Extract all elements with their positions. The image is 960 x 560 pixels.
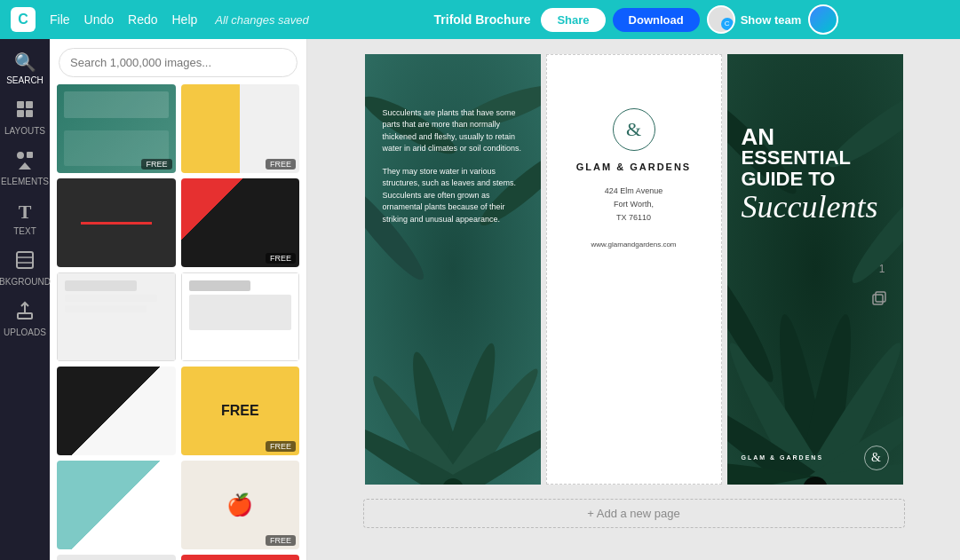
doc-title[interactable]: Trifold Brochure	[434, 12, 531, 27]
layouts-icon	[15, 99, 35, 123]
svg-rect-2	[17, 110, 24, 117]
search-bar	[50, 39, 306, 84]
nav-redo[interactable]: Redo	[128, 12, 157, 27]
uploads-icon	[15, 301, 35, 325]
nav-file[interactable]: File	[50, 12, 70, 27]
svg-rect-5	[27, 152, 33, 158]
right-essential: ESSENTIAL	[742, 148, 889, 168]
free-badge-10: FREE	[266, 535, 296, 546]
svg-rect-0	[17, 101, 24, 108]
left-text-block: Succulents are plants that have some par…	[383, 107, 523, 237]
template-card-4[interactable]: FREE	[181, 178, 300, 267]
user-avatar[interactable]	[808, 4, 838, 35]
nav-help[interactable]: Help	[172, 12, 198, 27]
template-card-8[interactable]: FREE FREE	[181, 367, 300, 455]
show-team-group[interactable]: Show team	[707, 5, 802, 34]
template-card-11[interactable]: New York is the biggest collection of...	[57, 555, 176, 560]
template-card-2[interactable]: FREE	[181, 84, 300, 173]
svg-rect-38	[873, 295, 883, 304]
addr-line2: Fort Worth,	[614, 200, 654, 209]
sidebar-item-layouts[interactable]: LAYOUTS	[2, 94, 48, 141]
svg-rect-1	[26, 101, 33, 108]
sidebar-uploads-label: UPLOADS	[4, 327, 46, 337]
search-input[interactable]	[59, 48, 298, 77]
sidebar-item-uploads[interactable]: UPLOADS	[2, 296, 48, 343]
sidebar-search-label: SEARCH	[6, 75, 44, 85]
save-status: All changes saved	[215, 13, 309, 27]
right-brand: GLAM & GARDENS	[742, 454, 824, 461]
brochure: Succulents are plants that have some par…	[365, 54, 903, 485]
page-number: 1	[879, 263, 885, 275]
right-script: Succulents	[742, 191, 889, 223]
search-icon: 🔍	[14, 51, 36, 73]
sidebar-item-text[interactable]: T TEXT	[2, 195, 48, 241]
right-guide: GUIDE TO	[742, 168, 889, 191]
nav-undo[interactable]: Undo	[84, 12, 114, 27]
template-card-5[interactable]	[57, 272, 176, 361]
template-card-6[interactable]	[181, 272, 300, 361]
canva-logo[interactable]: C	[11, 7, 36, 32]
sidebar-item-elements[interactable]: ELEMENTS	[2, 145, 48, 192]
right-an: AN	[742, 125, 889, 148]
svg-marker-6	[19, 162, 31, 170]
add-page-bar[interactable]: + Add a new page	[363, 499, 905, 528]
show-team-label: Show team	[741, 13, 802, 27]
sidebar: 🔍 SEARCH LAYOUTS ELEMENTS T TEXT BKGROUN…	[0, 39, 50, 560]
sidebar-bkground-label: BKGROUND	[0, 277, 51, 287]
sidebar-item-search[interactable]: 🔍 SEARCH	[2, 46, 48, 91]
share-button[interactable]: Share	[541, 8, 605, 32]
brochure-left-panel[interactable]: Succulents are plants that have some par…	[365, 54, 541, 485]
website: www.glamandgardens.com	[591, 241, 676, 248]
left-text-2: They may store water in various structur…	[383, 166, 523, 226]
svg-rect-39	[876, 292, 885, 302]
download-button[interactable]: Download	[613, 8, 700, 32]
left-text-1: Succulents are plants that have some par…	[383, 107, 523, 155]
template-card-9[interactable]	[57, 461, 176, 549]
template-card-1[interactable]: FREE	[57, 84, 176, 173]
sidebar-text-label: TEXT	[13, 226, 36, 236]
elements-icon	[15, 150, 35, 174]
topbar: C File Undo Redo Help All changes saved …	[0, 0, 960, 39]
ampersand-circle: &	[613, 108, 655, 151]
topbar-center: Trifold Brochure Share Download Show tea…	[323, 4, 949, 35]
template-grid: FREE FREE FREE	[50, 84, 306, 560]
middle-content: & GLAM & GARDENS 424 Elm Avenue Fort Wor…	[547, 55, 721, 267]
template-card-12[interactable]: Go personal!	[181, 555, 300, 560]
duplicate-icon[interactable]	[871, 290, 887, 310]
free-badge-4: FREE	[266, 253, 296, 264]
svg-rect-7	[17, 252, 33, 268]
brochure-right-panel[interactable]: AN ESSENTIAL GUIDE TO Succulents GLAM & …	[727, 54, 903, 485]
brand-name: GLAM & GARDENS	[576, 162, 691, 172]
canva-logo-mark: C	[11, 7, 36, 32]
template-card-7[interactable]	[57, 367, 176, 455]
free-badge-1: FREE	[141, 159, 171, 170]
background-icon	[15, 250, 35, 274]
free-badge-8: FREE	[266, 441, 296, 452]
sidebar-elements-label: ELEMENTS	[1, 177, 49, 186]
brochure-middle-panel[interactable]: & GLAM & GARDENS 424 Elm Avenue Fort Wor…	[546, 54, 722, 485]
right-bottom: GLAM & GARDENS &	[742, 446, 889, 470]
sidebar-item-background[interactable]: BKGROUND	[2, 245, 48, 292]
canvas-inner: Succulents are plants that have some par…	[365, 54, 903, 485]
address: 424 Elm Avenue Fort Worth, TX 76110	[605, 185, 662, 225]
team-avatar	[707, 5, 735, 34]
template-card-3[interactable]	[57, 178, 176, 267]
svg-rect-10	[18, 313, 32, 319]
template-card-10[interactable]: 🍎 FREE	[181, 461, 300, 549]
sidebar-layouts-label: LAYOUTS	[4, 126, 45, 136]
canvas-area[interactable]: Succulents are plants that have some par…	[307, 39, 960, 560]
right-ampersand: &	[864, 446, 889, 470]
template-panel: FREE FREE FREE	[50, 39, 307, 560]
addr-line1: 424 Elm Avenue	[605, 186, 662, 195]
right-text: AN ESSENTIAL GUIDE TO Succulents	[742, 125, 889, 223]
svg-point-4	[17, 152, 24, 159]
free-badge-2: FREE	[266, 159, 296, 170]
text-icon: T	[19, 201, 32, 224]
addr-line3: TX 76110	[616, 213, 651, 222]
svg-rect-3	[26, 110, 33, 117]
